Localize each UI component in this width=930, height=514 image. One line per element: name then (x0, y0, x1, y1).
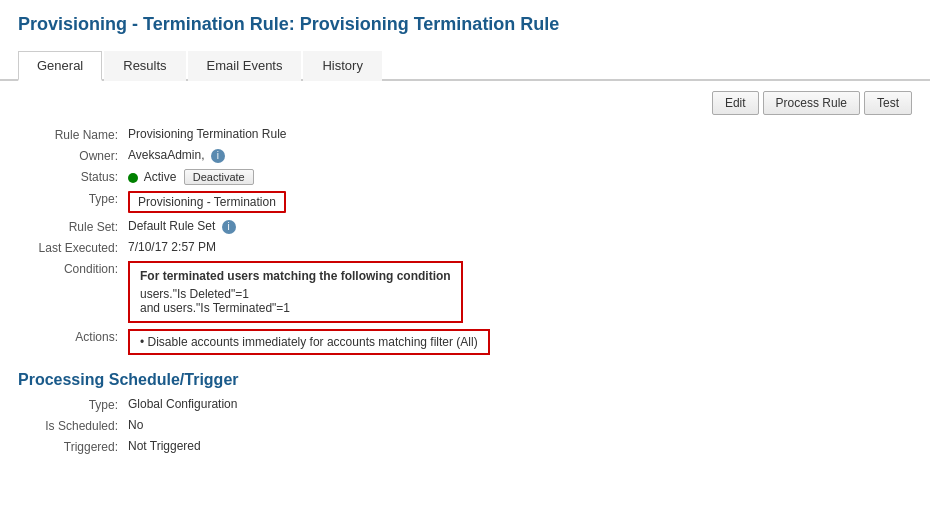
page-title: Provisioning - Termination Rule: Provisi… (18, 14, 912, 35)
status-value: Active Deactivate (128, 169, 254, 185)
last-executed-label: Last Executed: (18, 240, 128, 255)
deactivate-button[interactable]: Deactivate (184, 169, 254, 185)
test-button[interactable]: Test (864, 91, 912, 115)
actions-value: • Disable accounts immediately for accou… (128, 329, 490, 355)
actions-label: Actions: (18, 329, 128, 344)
rule-details-section: Rule Name: Provisioning Termination Rule… (18, 127, 912, 355)
rule-name-label: Rule Name: (18, 127, 128, 142)
triggered-value: Not Triggered (128, 439, 201, 453)
triggered-row: Triggered: Not Triggered (18, 439, 912, 454)
rule-set-label: Rule Set: (18, 219, 128, 234)
schedule-section: Type: Global Configuration Is Scheduled:… (18, 397, 912, 454)
rule-name-value: Provisioning Termination Rule (128, 127, 287, 141)
toolbar: Edit Process Rule Test (18, 91, 912, 115)
is-scheduled-row: Is Scheduled: No (18, 418, 912, 433)
type-label: Type: (18, 191, 128, 206)
is-scheduled-label: Is Scheduled: (18, 418, 128, 433)
status-active-dot (128, 173, 138, 183)
schedule-type-label: Type: (18, 397, 128, 412)
schedule-type-value: Global Configuration (128, 397, 237, 411)
tab-bar: General Results Email Events History (0, 49, 930, 81)
rule-set-value: Default Rule Set i (128, 219, 236, 234)
owner-label: Owner: (18, 148, 128, 163)
schedule-section-title: Processing Schedule/Trigger (18, 371, 912, 389)
owner-row: Owner: AveksaAdmin, i (18, 148, 912, 163)
actions-row: Actions: • Disable accounts immediately … (18, 329, 912, 355)
status-label: Status: (18, 169, 128, 184)
owner-value: AveksaAdmin, i (128, 148, 225, 163)
condition-line1: users."Is Deleted"=1 (140, 287, 451, 301)
status-row: Status: Active Deactivate (18, 169, 912, 185)
owner-info-icon[interactable]: i (211, 149, 225, 163)
last-executed-value: 7/10/17 2:57 PM (128, 240, 216, 254)
actions-text: • Disable accounts immediately for accou… (140, 335, 478, 349)
tab-general[interactable]: General (18, 51, 102, 81)
is-scheduled-value: No (128, 418, 143, 432)
actions-box: • Disable accounts immediately for accou… (128, 329, 490, 355)
rule-set-row: Rule Set: Default Rule Set i (18, 219, 912, 234)
type-row: Type: Provisioning - Termination (18, 191, 912, 213)
condition-bold-text: For terminated users matching the follow… (140, 269, 451, 283)
type-value: Provisioning - Termination (128, 191, 286, 213)
triggered-label: Triggered: (18, 439, 128, 454)
process-rule-button[interactable]: Process Rule (763, 91, 860, 115)
condition-row: Condition: For terminated users matching… (18, 261, 912, 323)
rule-name-row: Rule Name: Provisioning Termination Rule (18, 127, 912, 142)
tab-email-events[interactable]: Email Events (188, 51, 302, 81)
status-active-text: Active (144, 170, 177, 184)
condition-value: For terminated users matching the follow… (128, 261, 463, 323)
schedule-type-row: Type: Global Configuration (18, 397, 912, 412)
last-executed-row: Last Executed: 7/10/17 2:57 PM (18, 240, 912, 255)
condition-line2: and users."Is Terminated"=1 (140, 301, 451, 315)
condition-box: For terminated users matching the follow… (128, 261, 463, 323)
type-value-box: Provisioning - Termination (128, 191, 286, 213)
tab-results[interactable]: Results (104, 51, 185, 81)
rule-set-info-icon[interactable]: i (222, 220, 236, 234)
edit-button[interactable]: Edit (712, 91, 759, 115)
tab-history[interactable]: History (303, 51, 381, 81)
condition-label: Condition: (18, 261, 128, 276)
